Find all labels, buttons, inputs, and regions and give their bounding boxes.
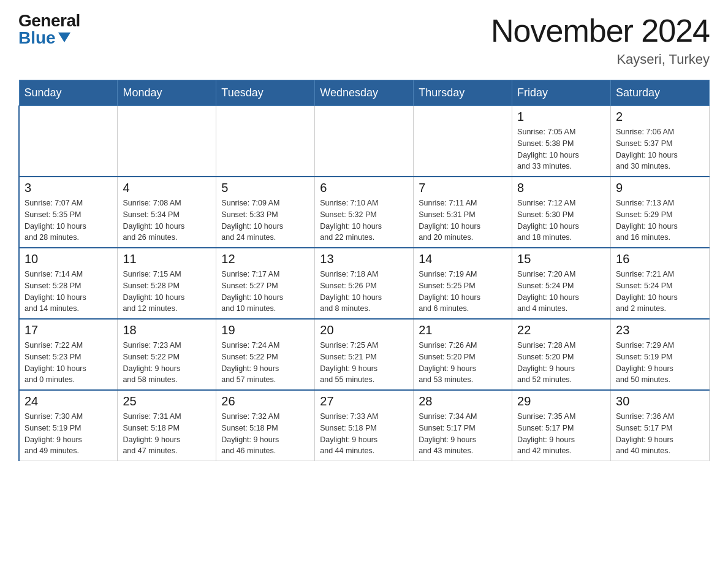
calendar-cell: 27Sunrise: 7:33 AMSunset: 5:18 PMDayligh… xyxy=(315,390,414,461)
day-number: 11 xyxy=(123,252,211,266)
calendar-cell: 5Sunrise: 7:09 AMSunset: 5:33 PMDaylight… xyxy=(216,177,315,248)
day-info: Sunrise: 7:17 AMSunset: 5:27 PMDaylight:… xyxy=(221,269,309,315)
weekday-header-friday: Friday xyxy=(512,80,611,106)
day-number: 25 xyxy=(123,394,211,408)
calendar-cell: 17Sunrise: 7:22 AMSunset: 5:23 PMDayligh… xyxy=(19,319,118,390)
day-number: 1 xyxy=(517,110,605,124)
day-number: 12 xyxy=(221,252,309,266)
calendar-cell: 10Sunrise: 7:14 AMSunset: 5:28 PMDayligh… xyxy=(19,248,118,319)
day-info: Sunrise: 7:33 AMSunset: 5:18 PMDaylight:… xyxy=(320,411,408,457)
calendar-cell: 30Sunrise: 7:36 AMSunset: 5:17 PMDayligh… xyxy=(611,390,710,461)
weekday-header-thursday: Thursday xyxy=(414,80,512,106)
calendar-cell: 20Sunrise: 7:25 AMSunset: 5:21 PMDayligh… xyxy=(315,319,414,390)
day-info: Sunrise: 7:31 AMSunset: 5:18 PMDaylight:… xyxy=(123,411,211,457)
day-number: 3 xyxy=(25,181,112,195)
weekday-header-wednesday: Wednesday xyxy=(315,80,414,106)
day-info: Sunrise: 7:18 AMSunset: 5:26 PMDaylight:… xyxy=(320,269,408,315)
calendar-cell: 12Sunrise: 7:17 AMSunset: 5:27 PMDayligh… xyxy=(216,248,315,319)
day-number: 28 xyxy=(419,394,507,408)
day-info: Sunrise: 7:24 AMSunset: 5:22 PMDaylight:… xyxy=(221,340,309,386)
day-info: Sunrise: 7:15 AMSunset: 5:28 PMDaylight:… xyxy=(123,269,211,315)
calendar-cell: 1Sunrise: 7:05 AMSunset: 5:38 PMDaylight… xyxy=(512,106,611,177)
day-info: Sunrise: 7:23 AMSunset: 5:22 PMDaylight:… xyxy=(123,340,211,386)
calendar-cell: 29Sunrise: 7:35 AMSunset: 5:17 PMDayligh… xyxy=(512,390,611,461)
calendar-week-row: 3Sunrise: 7:07 AMSunset: 5:35 PMDaylight… xyxy=(19,177,710,248)
calendar-cell: 24Sunrise: 7:30 AMSunset: 5:19 PMDayligh… xyxy=(19,390,118,461)
day-info: Sunrise: 7:14 AMSunset: 5:28 PMDaylight:… xyxy=(25,269,112,315)
calendar-cell: 28Sunrise: 7:34 AMSunset: 5:17 PMDayligh… xyxy=(414,390,512,461)
weekday-header-monday: Monday xyxy=(118,80,216,106)
day-info: Sunrise: 7:32 AMSunset: 5:18 PMDaylight:… xyxy=(221,411,309,457)
weekday-header-sunday: Sunday xyxy=(19,80,118,106)
calendar-cell xyxy=(216,106,315,177)
day-info: Sunrise: 7:08 AMSunset: 5:34 PMDaylight:… xyxy=(123,197,211,243)
day-number: 18 xyxy=(123,323,211,337)
calendar-cell: 2Sunrise: 7:06 AMSunset: 5:37 PMDaylight… xyxy=(611,106,710,177)
calendar-cell xyxy=(19,106,118,177)
calendar-week-row: 10Sunrise: 7:14 AMSunset: 5:28 PMDayligh… xyxy=(19,248,710,319)
calendar-cell xyxy=(315,106,414,177)
calendar-cell: 13Sunrise: 7:18 AMSunset: 5:26 PMDayligh… xyxy=(315,248,414,319)
calendar-week-row: 24Sunrise: 7:30 AMSunset: 5:19 PMDayligh… xyxy=(19,390,710,461)
day-number: 30 xyxy=(616,394,704,408)
day-info: Sunrise: 7:05 AMSunset: 5:38 PMDaylight:… xyxy=(517,126,605,172)
calendar-cell: 14Sunrise: 7:19 AMSunset: 5:25 PMDayligh… xyxy=(414,248,512,319)
day-info: Sunrise: 7:10 AMSunset: 5:32 PMDaylight:… xyxy=(320,197,408,243)
day-info: Sunrise: 7:29 AMSunset: 5:19 PMDaylight:… xyxy=(616,340,704,386)
weekday-header-saturday: Saturday xyxy=(611,80,710,106)
day-info: Sunrise: 7:22 AMSunset: 5:23 PMDaylight:… xyxy=(25,340,112,386)
day-number: 6 xyxy=(320,181,408,195)
day-number: 21 xyxy=(419,323,507,337)
day-info: Sunrise: 7:09 AMSunset: 5:33 PMDaylight:… xyxy=(221,197,309,243)
calendar-cell: 21Sunrise: 7:26 AMSunset: 5:20 PMDayligh… xyxy=(414,319,512,390)
day-info: Sunrise: 7:25 AMSunset: 5:21 PMDaylight:… xyxy=(320,340,408,386)
page-header: General Blue November 2024 Kayseri, Turk… xyxy=(18,12,710,67)
day-info: Sunrise: 7:13 AMSunset: 5:29 PMDaylight:… xyxy=(616,197,704,243)
day-number: 20 xyxy=(320,323,408,337)
day-info: Sunrise: 7:30 AMSunset: 5:19 PMDaylight:… xyxy=(25,411,112,457)
day-info: Sunrise: 7:19 AMSunset: 5:25 PMDaylight:… xyxy=(419,269,507,315)
logo-general-text: General xyxy=(18,12,80,29)
day-number: 7 xyxy=(419,181,507,195)
day-info: Sunrise: 7:21 AMSunset: 5:24 PMDaylight:… xyxy=(616,269,704,315)
day-info: Sunrise: 7:28 AMSunset: 5:20 PMDaylight:… xyxy=(517,340,605,386)
calendar-cell: 3Sunrise: 7:07 AMSunset: 5:35 PMDaylight… xyxy=(19,177,118,248)
day-number: 17 xyxy=(25,323,112,337)
day-number: 2 xyxy=(616,110,704,124)
day-number: 15 xyxy=(517,252,605,266)
title-block: November 2024 Kayseri, Turkey xyxy=(491,12,710,67)
day-number: 8 xyxy=(517,181,605,195)
calendar-cell xyxy=(118,106,216,177)
calendar-header-row: SundayMondayTuesdayWednesdayThursdayFrid… xyxy=(19,80,710,106)
calendar-cell: 4Sunrise: 7:08 AMSunset: 5:34 PMDaylight… xyxy=(118,177,216,248)
calendar-cell: 11Sunrise: 7:15 AMSunset: 5:28 PMDayligh… xyxy=(118,248,216,319)
calendar-cell: 26Sunrise: 7:32 AMSunset: 5:18 PMDayligh… xyxy=(216,390,315,461)
day-number: 9 xyxy=(616,181,704,195)
day-number: 24 xyxy=(25,394,112,408)
day-number: 29 xyxy=(517,394,605,408)
calendar-cell: 7Sunrise: 7:11 AMSunset: 5:31 PMDaylight… xyxy=(414,177,512,248)
day-number: 13 xyxy=(320,252,408,266)
day-info: Sunrise: 7:20 AMSunset: 5:24 PMDaylight:… xyxy=(517,269,605,315)
calendar-cell: 23Sunrise: 7:29 AMSunset: 5:19 PMDayligh… xyxy=(611,319,710,390)
day-number: 4 xyxy=(123,181,211,195)
day-number: 14 xyxy=(419,252,507,266)
day-info: Sunrise: 7:35 AMSunset: 5:17 PMDaylight:… xyxy=(517,411,605,457)
calendar-cell: 22Sunrise: 7:28 AMSunset: 5:20 PMDayligh… xyxy=(512,319,611,390)
day-info: Sunrise: 7:34 AMSunset: 5:17 PMDaylight:… xyxy=(419,411,507,457)
calendar-cell: 25Sunrise: 7:31 AMSunset: 5:18 PMDayligh… xyxy=(118,390,216,461)
weekday-header-tuesday: Tuesday xyxy=(216,80,315,106)
day-number: 16 xyxy=(616,252,704,266)
calendar-cell: 8Sunrise: 7:12 AMSunset: 5:30 PMDaylight… xyxy=(512,177,611,248)
logo: General Blue xyxy=(18,12,80,47)
calendar-cell xyxy=(414,106,512,177)
day-number: 27 xyxy=(320,394,408,408)
day-info: Sunrise: 7:07 AMSunset: 5:35 PMDaylight:… xyxy=(25,197,112,243)
calendar-week-row: 17Sunrise: 7:22 AMSunset: 5:23 PMDayligh… xyxy=(19,319,710,390)
day-number: 19 xyxy=(221,323,309,337)
logo-triangle-icon xyxy=(58,33,70,42)
calendar-cell: 15Sunrise: 7:20 AMSunset: 5:24 PMDayligh… xyxy=(512,248,611,319)
calendar-cell: 6Sunrise: 7:10 AMSunset: 5:32 PMDaylight… xyxy=(315,177,414,248)
calendar-cell: 19Sunrise: 7:24 AMSunset: 5:22 PMDayligh… xyxy=(216,319,315,390)
day-number: 10 xyxy=(25,252,112,266)
